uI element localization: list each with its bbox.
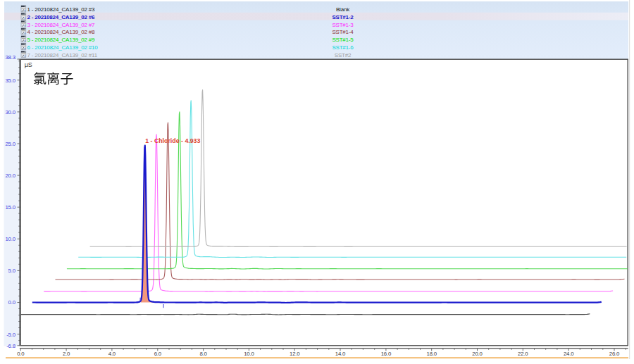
svg-text:2 - 20210824_CA139_02 #6: 2 - 20210824_CA139_02 #6 [27,14,95,20]
svg-text:1 - 20210824_CA139_02 #3: 1 - 20210824_CA139_02 #3 [27,6,95,13]
svg-text:SST#1-5: SST#1-5 [332,37,354,43]
svg-text:25.0: 25.0 [5,141,15,147]
svg-text:3 - 20210824_CA139_02 #7: 3 - 20210824_CA139_02 #7 [27,22,95,28]
svg-text:15.0: 15.0 [5,204,15,211]
svg-text:4 - 20210824_CA139_02 #8: 4 - 20210824_CA139_02 #8 [27,29,95,35]
svg-text:0.0: 0.0 [8,299,16,306]
svg-text:26.0: 26.0 [609,351,620,357]
svg-text:20.0: 20.0 [5,172,15,179]
svg-text:18.0: 18.0 [427,351,437,357]
svg-text:35.0: 35.0 [5,77,15,84]
svg-text:30.0: 30.0 [5,109,15,115]
svg-text:22.0: 22.0 [518,351,528,357]
svg-text:24.0: 24.0 [564,351,574,357]
svg-text:12.0: 12.0 [290,351,300,357]
svg-text:16.0: 16.0 [381,351,392,357]
svg-text:8.0: 8.0 [199,351,207,357]
svg-text:7 - 20210824_CA139_02 #11: 7 - 20210824_CA139_02 #11 [27,52,98,58]
svg-text:SST#1-3: SST#1-3 [332,22,354,28]
svg-text:5 - 20210824_CA139_02 #9: 5 - 20210824_CA139_02 #9 [27,37,95,43]
svg-text:-6.8: -6.8 [6,343,15,349]
svg-text:SST#1-6: SST#1-6 [332,44,354,51]
svg-text:6 - 20210824_CA139_02 #10: 6 - 20210824_CA139_02 #10 [27,44,99,51]
svg-text:SST#2: SST#2 [335,52,352,58]
svg-text:2.0: 2.0 [63,351,70,357]
svg-text:µS: µS [25,61,32,68]
svg-text:38.3: 38.3 [5,54,15,61]
svg-text:4.0: 4.0 [108,351,116,357]
svg-text:Blank: Blank [336,6,350,13]
svg-text:1 - Chloride - 4.933: 1 - Chloride - 4.933 [145,137,200,144]
svg-text:20.0: 20.0 [472,351,483,357]
svg-text:5.0: 5.0 [8,268,16,274]
svg-text:6.0: 6.0 [154,351,162,357]
svg-text:-5.0: -5.0 [6,332,15,338]
svg-text:SST#1-2: SST#1-2 [332,14,354,20]
svg-text:SST#1-4: SST#1-4 [332,29,354,35]
svg-text:10.0: 10.0 [244,351,254,357]
svg-text:14.0: 14.0 [335,351,346,357]
svg-text:10.0: 10.0 [5,236,15,242]
svg-text:0.0: 0.0 [17,351,25,357]
